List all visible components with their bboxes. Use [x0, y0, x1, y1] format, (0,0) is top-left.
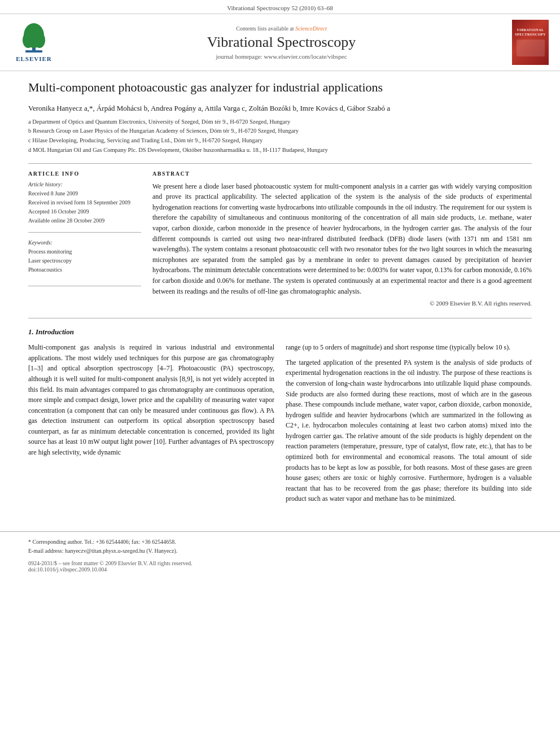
sciencedirect-line: Contents lists available at ScienceDirec… — [62, 25, 501, 32]
keywords-list: Process monitoring Laser spectroscopy Ph… — [28, 247, 141, 274]
section-1-para-right-2: The targeted application of the presente… — [286, 357, 532, 504]
section-1: 1. Introduction Multi-component gas anal… — [28, 327, 532, 509]
keywords-divider — [28, 286, 141, 286]
article-info-col: ARTICLE INFO Article history: Received 8… — [28, 171, 141, 307]
journal-title: Vibrational Spectroscopy — [62, 34, 501, 51]
abstract-col: ABSTRACT We present here a diode laser b… — [152, 171, 532, 307]
journal-cover: VIBRATIONAL SPECTROSCOPY — [506, 20, 549, 65]
date-received: Received 8 June 2009 — [28, 189, 141, 198]
journal-center: Contents lists available at ScienceDirec… — [56, 25, 506, 60]
footer: * Corresponding author. Tel.: +36 625444… — [0, 531, 560, 573]
section-1-para-1: Multi-component gas analysis is required… — [28, 342, 274, 458]
keyword-2: Laser spectroscopy — [28, 256, 141, 265]
keyword-3: Photoacoustics — [28, 265, 141, 274]
elsevier-tree-icon — [17, 23, 51, 54]
main-content-divider — [28, 318, 532, 318]
doi-line: doi:10.1016/j.vibspec.2009.10.004 — [28, 566, 532, 573]
cover-image: VIBRATIONAL SPECTROSCOPY — [512, 20, 549, 65]
svg-rect-4 — [25, 50, 42, 53]
article-info-heading: ARTICLE INFO — [28, 171, 141, 177]
article-title: Multi-component photoacoustic gas analyz… — [28, 80, 532, 96]
journal-header: ELSEVIER Contents lists available at Sci… — [0, 14, 560, 71]
cover-title: VIBRATIONAL SPECTROSCOPY — [515, 28, 546, 37]
date-online: Available online 28 October 2009 — [28, 216, 141, 225]
date-accepted: Accepted 16 October 2009 — [28, 207, 141, 216]
elsevier-logo: ELSEVIER — [11, 23, 56, 62]
history-label: Article history: — [28, 181, 141, 187]
info-abstract-row: ARTICLE INFO Article history: Received 8… — [28, 171, 532, 307]
elsevier-label: ELSEVIER — [16, 55, 52, 62]
page-wrapper: Vibrational Spectroscopy 52 (2010) 63–68… — [0, 0, 560, 573]
section-1-body: Multi-component gas analysis is required… — [28, 342, 532, 509]
section-1-left-col: Multi-component gas analysis is required… — [28, 342, 274, 509]
corresponding-author: * Corresponding author. Tel.: +36 625444… — [28, 538, 532, 556]
copyright-line: © 2009 Elsevier B.V. All rights reserved… — [152, 300, 532, 307]
svg-point-3 — [34, 32, 45, 48]
section-divider — [28, 163, 532, 164]
keyword-1: Process monitoring — [28, 247, 141, 256]
authors: Veronika Hanyecz a,*, Árpád Mohácsi b, A… — [28, 104, 532, 113]
affiliations: a Department of Optics and Quantum Elect… — [28, 117, 532, 155]
affiliation-b: b Research Group on Laser Physics of the… — [28, 126, 532, 136]
article-dates: Received 8 June 2009 Received in revised… — [28, 189, 141, 225]
affiliation-d: d MOL Hungarian Oil and Gas Company Plc.… — [28, 146, 532, 155]
svg-point-2 — [23, 32, 34, 48]
abstract-text: We present here a diode laser based phot… — [152, 181, 532, 297]
section-1-title: 1. Introduction — [28, 327, 532, 337]
star-note: * Corresponding author. Tel.: +36 625444… — [28, 538, 532, 547]
affiliation-a: a Department of Optics and Quantum Elect… — [28, 117, 532, 126]
sciencedirect-link[interactable]: ScienceDirect — [295, 25, 327, 32]
footer-info: 0924-2031/$ – see front matter © 2009 El… — [28, 560, 532, 573]
email-note: E-mail address: hanyeczv@titan.physx.u-s… — [28, 547, 532, 556]
issn-line: 0924-2031/$ – see front matter © 2009 El… — [28, 560, 532, 566]
journal-homepage: journal homepage: www.elsevier.com/locat… — [62, 53, 501, 60]
section-1-right-col: range (up to 5 orders of magnitude) and … — [286, 342, 532, 509]
keywords-section: Keywords: Process monitoring Laser spect… — [28, 239, 141, 274]
journal-reference: Vibrational Spectroscopy 52 (2010) 63–68 — [0, 0, 560, 14]
section-1-para-right-1: range (up to 5 orders of magnitude) and … — [286, 342, 532, 353]
info-divider — [28, 232, 141, 233]
abstract-heading: ABSTRACT — [152, 171, 532, 177]
article-history-section: Article history: Received 8 June 2009 Re… — [28, 181, 141, 225]
article-content: Multi-component photoacoustic gas analyz… — [0, 71, 560, 520]
keywords-label: Keywords: — [28, 239, 141, 246]
date-revised: Received in revised form 18 September 20… — [28, 198, 141, 207]
affiliation-c: c Hilase Developing, Producing, Servicin… — [28, 136, 532, 145]
